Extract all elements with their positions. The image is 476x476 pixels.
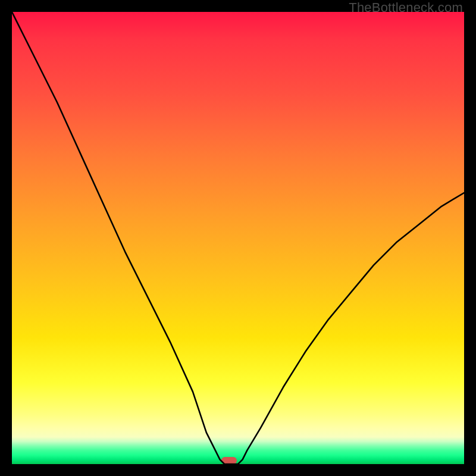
bottleneck-curve: [12, 12, 464, 464]
watermark-text: TheBottleneck.com: [349, 0, 463, 15]
chart-plot-area: [12, 12, 464, 464]
